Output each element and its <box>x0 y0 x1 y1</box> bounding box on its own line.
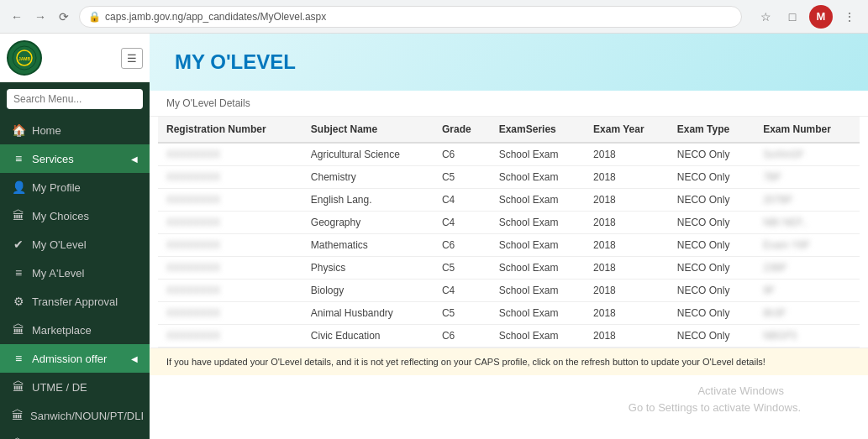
search-input[interactable] <box>7 89 143 109</box>
admission-icon: ≡ <box>12 352 25 365</box>
cell-subject: Animal Husbandry <box>302 302 434 325</box>
cell-subject: Mathematics <box>302 234 434 257</box>
sidebar-item-sanwich[interactable]: 🏛 Sanwich/NOUN/PT/DLI <box>0 401 150 430</box>
cell-subject: Chemistry <box>302 166 434 189</box>
cell-subject: Agricultural Science <box>302 143 434 166</box>
lock-icon: 🔒 <box>88 11 101 23</box>
hamburger-button[interactable]: ☰ <box>121 48 143 69</box>
cell-number: SoXlnGF <box>755 143 860 166</box>
sidebar-nav: 🏠 Home ≡ Services ◀ 👤 My Profile 🏛 My Ch… <box>0 116 150 439</box>
sidebar-transfer-label: Transfer Approval <box>32 295 118 308</box>
sidebar-item-my-choices[interactable]: 🏛 My Choices <box>0 201 150 230</box>
sidebar-olevel-label: My O'Level <box>32 238 87 251</box>
cell-year: 2018 <box>585 189 669 212</box>
sidebar-services-label: Services <box>32 153 74 165</box>
cell-subject: Biology <box>302 280 434 302</box>
table-row: XXXXXXXXChemistryC5School Exam2018NECO O… <box>158 166 860 189</box>
cell-series: School Exam <box>491 166 585 189</box>
sidebar-alevel-label: My A'Level <box>32 267 84 280</box>
table-header: Registration Number Subject Name Grade E… <box>158 117 860 143</box>
page-title: MY O'LEVEL <box>175 50 843 74</box>
col-number: Exam Number <box>755 117 860 143</box>
transfer-icon: ⚙ <box>12 295 25 308</box>
utme-icon: 🏛 <box>12 380 25 394</box>
table-row: XXXXXXXXAgricultural ScienceC6School Exa… <box>158 143 860 166</box>
sidebar-item-undisclosed[interactable]: 🏛 UndisclosedAdmission <box>0 430 150 439</box>
sidebar-item-marketplace[interactable]: 🏛 Marketplace <box>0 316 150 344</box>
sidebar-item-utme[interactable]: 🏛 UTME / DE <box>0 373 150 401</box>
cell-grade: C4 <box>434 212 491 234</box>
cell-series: School Exam <box>491 234 585 257</box>
svg-text:JAMB: JAMB <box>18 56 31 61</box>
cell-number: 23BF <box>755 257 860 280</box>
cell-type: NECO Only <box>669 189 755 212</box>
table-container: Registration Number Subject Name Grade E… <box>150 117 868 348</box>
extensions-button[interactable]: □ <box>782 7 802 27</box>
forward-button[interactable]: → <box>32 8 49 25</box>
sidebar-item-my-alevel[interactable]: ≡ My A'Level <box>0 259 150 287</box>
cell-grade: C4 <box>434 189 491 212</box>
search-container <box>0 82 150 116</box>
table-row: XXXXXXXXCivic EducationC6School Exam2018… <box>158 325 860 348</box>
cell-type: NECO Only <box>669 302 755 325</box>
alevel-icon: ≡ <box>12 266 25 280</box>
cell-reg: XXXXXXXX <box>158 189 302 212</box>
sidebar-item-home[interactable]: 🏠 Home <box>0 116 150 144</box>
cell-number: 207BF <box>755 189 860 212</box>
sidebar-marketplace-label: Marketplace <box>32 324 92 337</box>
cell-subject: Physics <box>302 257 434 280</box>
reload-button[interactable]: ⟳ <box>55 8 72 25</box>
bookmark-button[interactable]: ☆ <box>755 7 776 27</box>
sidebar-item-transfer[interactable]: ⚙ Transfer Approval <box>0 287 150 316</box>
cell-series: School Exam <box>491 280 585 302</box>
cell-subject: Geography <box>302 212 434 234</box>
olevel-table: Registration Number Subject Name Grade E… <box>158 117 860 348</box>
olevel-icon: ✔ <box>12 238 25 251</box>
cell-type: NECO Only <box>669 234 755 257</box>
cell-type: NECO Only <box>669 325 755 348</box>
cell-subject: English Lang. <box>302 189 434 212</box>
sidebar-item-my-profile[interactable]: 👤 My Profile <box>0 173 150 201</box>
cell-type: NECO Only <box>669 280 755 302</box>
cell-type: NECO Only <box>669 143 755 166</box>
cell-series: School Exam <box>491 257 585 280</box>
sidebar-item-admission[interactable]: ≡ Admission offer ◀ <box>0 344 150 373</box>
cell-number: 8h3F <box>755 302 860 325</box>
services-icon: ≡ <box>12 152 25 165</box>
table-row: XXXXXXXXBiologyC4School Exam2018NECO Onl… <box>158 280 860 302</box>
cell-subject: Civic Education <box>302 325 434 348</box>
cell-reg: XXXXXXXX <box>158 257 302 280</box>
sidebar-admission-label: Admission offer <box>32 353 107 365</box>
sidebar-sanwich-label: Sanwich/NOUN/PT/DLI <box>30 410 144 422</box>
cell-series: School Exam <box>491 189 585 212</box>
browser-actions: ☆ □ M ⋮ <box>755 5 860 29</box>
cell-year: 2018 <box>585 212 669 234</box>
sidebar: JAMB ☰ 🏠 Home ≡ Services ◀ 👤 My Profile <box>0 34 150 439</box>
browser-profile[interactable]: M <box>809 5 833 29</box>
sidebar-item-services[interactable]: ≡ Services ◀ <box>0 144 150 173</box>
col-reg: Registration Number <box>158 117 302 143</box>
table-row: XXXXXXXXGeographyC4School Exam2018NECO O… <box>158 212 860 234</box>
cell-reg: XXXXXXXX <box>158 143 302 166</box>
col-grade: Grade <box>434 117 491 143</box>
page-header: MY O'LEVEL <box>150 34 868 91</box>
cell-reg: XXXXXXXX <box>158 166 302 189</box>
address-bar[interactable]: 🔒 caps.jamb.gov.ng/app_candidates/MyOlev… <box>79 6 742 28</box>
home-icon: 🏠 <box>12 123 25 137</box>
logo: JAMB <box>7 40 42 76</box>
col-series: ExamSeries <box>491 117 585 143</box>
sidebar-home-label: Home <box>32 124 61 137</box>
menu-button[interactable]: ⋮ <box>839 7 860 27</box>
sidebar-item-my-olevel[interactable]: ✔ My O'Level <box>0 230 150 259</box>
cell-year: 2018 <box>585 234 669 257</box>
cell-grade: C6 <box>434 234 491 257</box>
info-text: If you have updated your O'Level details… <box>150 348 868 375</box>
col-year: Exam Year <box>585 117 669 143</box>
back-button[interactable]: ← <box>8 8 25 25</box>
cell-number: 7BF <box>755 166 860 189</box>
cell-series: School Exam <box>491 325 585 348</box>
cell-year: 2018 <box>585 143 669 166</box>
cell-number: 9F <box>755 280 860 302</box>
marketplace-icon: 🏛 <box>12 323 25 337</box>
table-body: XXXXXXXXAgricultural ScienceC6School Exa… <box>158 143 860 348</box>
